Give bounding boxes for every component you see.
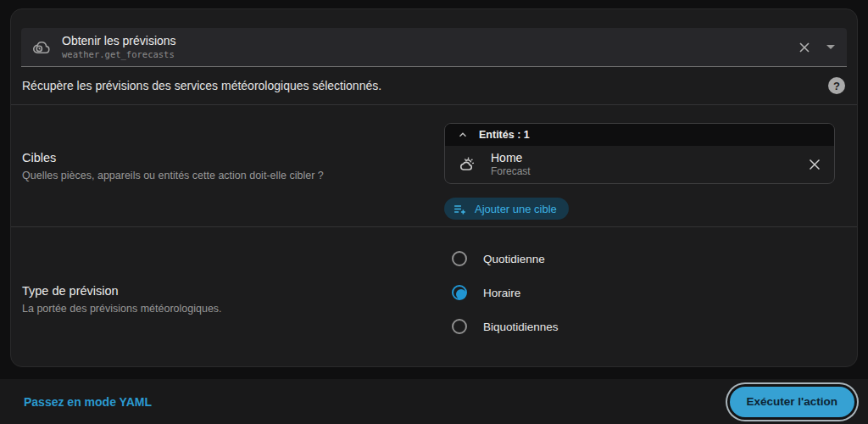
entities-box-header[interactable]: Entités : 1 bbox=[445, 124, 834, 146]
targets-section: Cibles Quelles pièces, appareils ou enti… bbox=[11, 105, 857, 226]
forecast-type-label: Type de prévision bbox=[22, 282, 444, 299]
radio-option-quotidienne[interactable]: Quotidienne bbox=[444, 242, 835, 276]
radio-icon[interactable] bbox=[452, 251, 467, 266]
targets-hint: Quelles pièces, appareils ou entités cet… bbox=[22, 169, 444, 183]
radio-label: Biquotidiennes bbox=[483, 321, 559, 333]
forecast-type-section: Type de prévision La portée des prévisio… bbox=[11, 227, 857, 367]
targets-label-block: Cibles Quelles pièces, appareils ou enti… bbox=[11, 105, 444, 226]
service-picker-field[interactable]: Obtenir les prévisions weather.get_forec… bbox=[21, 28, 847, 67]
playlist-plus-icon bbox=[453, 202, 467, 216]
service-description-row: Récupère les prévisions des services mét… bbox=[11, 67, 857, 104]
entity-name: Home bbox=[491, 151, 807, 165]
radio-label: Horaire bbox=[483, 287, 520, 299]
radio-icon[interactable] bbox=[452, 319, 467, 334]
forecast-type-options: Quotidienne Horaire Biquotidiennes bbox=[444, 227, 857, 367]
help-icon[interactable]: ? bbox=[828, 77, 845, 94]
dropdown-caret-icon[interactable] bbox=[826, 45, 835, 49]
radio-option-biquotidiennes[interactable]: Biquotidiennes bbox=[444, 310, 835, 343]
clear-service-icon[interactable] bbox=[798, 41, 811, 54]
entity-text: Home Forecast bbox=[491, 151, 807, 178]
service-picker-value: Obtenir les prévisions weather.get_forec… bbox=[62, 34, 798, 60]
forecast-type-hint: La portée des prévisions météorologiques… bbox=[22, 302, 444, 316]
forecast-type-label-block: Type de prévision La portée des prévisio… bbox=[11, 227, 444, 367]
service-description: Récupère les prévisions des services mét… bbox=[22, 79, 828, 92]
entity-detail: Forecast bbox=[491, 165, 807, 178]
add-target-label: Ajouter une cible bbox=[475, 203, 557, 215]
remove-entity-icon[interactable] bbox=[807, 157, 822, 172]
service-title: Obtenir les prévisions bbox=[62, 34, 798, 48]
entity-row[interactable]: Home Forecast bbox=[445, 146, 834, 183]
radio-icon-selected[interactable] bbox=[452, 285, 467, 300]
footer-action-bar: Passez en mode YAML Exécuter l'action bbox=[0, 379, 868, 424]
radio-label: Quotidienne bbox=[483, 253, 545, 265]
action-card: Obtenir les prévisions weather.get_forec… bbox=[10, 8, 858, 367]
execute-action-button[interactable]: Exécuter l'action bbox=[730, 387, 855, 417]
chevron-up-icon bbox=[457, 129, 469, 141]
service-id: weather.get_forecasts bbox=[62, 49, 798, 60]
yaml-mode-link[interactable]: Passez en mode YAML bbox=[24, 395, 152, 409]
entities-box: Entités : 1 Home bbox=[444, 123, 835, 184]
targets-control-block: Entités : 1 Home bbox=[444, 105, 857, 226]
targets-label: Cibles bbox=[22, 149, 444, 166]
entities-count-label: Entités : 1 bbox=[479, 129, 530, 141]
cloud-clock-icon bbox=[31, 37, 52, 58]
add-target-button[interactable]: Ajouter une cible bbox=[444, 198, 569, 220]
weather-partly-cloudy-icon bbox=[457, 153, 479, 176]
radio-option-horaire[interactable]: Horaire bbox=[444, 276, 835, 310]
